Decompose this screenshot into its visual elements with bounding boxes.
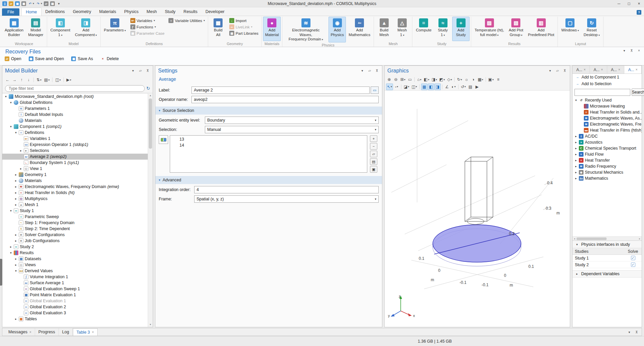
physics-search-input[interactable] <box>574 89 630 96</box>
expand-icon[interactable]: ▸ <box>14 263 18 267</box>
tree-item-volume-integration-1[interactable]: ∫Volume Integration 1 <box>2 274 148 280</box>
close-tab-icon[interactable]: × <box>618 68 620 71</box>
close-icon[interactable]: × <box>637 49 641 52</box>
snapshot-button[interactable]: ▣▾ <box>487 76 495 83</box>
clip-button[interactable]: ◪▾ <box>403 83 410 90</box>
delete-button[interactable]: ×Delete <box>100 56 119 61</box>
bottom-tab-log[interactable]: Log <box>59 328 73 336</box>
parameter-case-button[interactable]: ▦Parameter Case <box>129 30 166 36</box>
pin-icon[interactable]: ⊼ <box>634 330 639 334</box>
tree-item-electromagnetic-waves-frequency-domain[interactable]: ▸≋Electromagnetic Waves, Frequency Domai… <box>2 184 148 190</box>
expand-icon[interactable]: ▸ <box>574 171 578 174</box>
save-as-button[interactable]: ▣Save As <box>71 56 93 61</box>
study-1-button[interactable]: ≈Study 1 ▾ <box>434 17 452 41</box>
remove-from-selection-button[interactable]: − <box>370 143 377 150</box>
dependent-variables-header[interactable]: ▸ Dependent Variables <box>572 270 642 278</box>
build-mesh-button[interactable]: ▲Build Mesh <box>375 17 393 41</box>
tree-item-parametric-sweep[interactable]: ≡Parametric Sweep <box>2 214 148 220</box>
scrollbar-thumb[interactable] <box>149 99 152 149</box>
bottom-tab-messages[interactable]: Messages× <box>5 328 35 336</box>
assistant-tab-3[interactable]: A...× <box>607 66 625 73</box>
graphics-canvas[interactable]: 0.40.3m0.20.100.10m-0.1-0.1m z y x <box>385 91 570 327</box>
add-to-selection-button[interactable]: + <box>370 135 377 142</box>
tree-item-view-1[interactable]: ▸◇View 1 <box>2 166 148 172</box>
variables-button[interactable]: a=Variables▾ <box>129 18 157 23</box>
rotate-button[interactable]: ↻▾ <box>456 76 463 83</box>
tree-item-materials[interactable]: Materials <box>2 118 148 124</box>
tree-item-global-evaluation-1[interactable]: ∞Global Evaluation 1 <box>2 298 148 304</box>
menu-tab-developer[interactable]: Developer <box>202 8 229 16</box>
filter-input[interactable] <box>5 85 145 92</box>
expand-icon[interactable]: ▸ <box>19 167 23 170</box>
model-manager-button[interactable]: ▤Model Manager <box>26 17 45 41</box>
new-file-button[interactable]: ▯ <box>2 1 7 7</box>
tree-item-global-definitions[interactable]: ▾Global Definitions <box>2 100 148 106</box>
menu-tab-home[interactable]: Home <box>21 8 41 16</box>
electromagnetic-waves-frequency-domain-button[interactable]: ≋Electromagnetic Waves, Frequency Domain… <box>284 17 328 42</box>
mesh-1-button[interactable]: △Mesh 1 ▾ <box>393 17 411 41</box>
zoom-out-button[interactable]: ⊖ <box>393 76 399 83</box>
geometric-entity-level-select[interactable]: Boundary ▾ <box>205 117 379 124</box>
scroll-right-icon[interactable]: ▸ <box>638 237 642 240</box>
selection-item-14[interactable]: 14 <box>170 142 367 148</box>
view-toggle-2-button[interactable]: ◧ <box>428 83 434 90</box>
selection-select[interactable]: Manual ▾ <box>205 126 379 133</box>
collapse-icon[interactable]: ▾ <box>14 131 18 134</box>
tree-item-study-2[interactable]: ▸∞Study 2 <box>2 244 148 250</box>
frame-select[interactable]: Spatial (x, y, z) ▾ <box>194 195 379 203</box>
tree-item-multiphysics[interactable]: ▸◎Multiphysics <box>2 196 148 202</box>
tree-item-results[interactable]: ▾Results <box>2 250 148 256</box>
tree-item-views[interactable]: ▸◇Views <box>2 262 148 268</box>
expand-icon[interactable]: ▸ <box>14 203 18 206</box>
assistant-tab-4[interactable]: A...× <box>624 66 642 73</box>
scrollbar-thumb[interactable] <box>576 237 607 240</box>
collapse-icon[interactable]: ▾ <box>4 95 8 98</box>
view-xy-button[interactable]: ◧▾ <box>423 76 430 83</box>
selection-list[interactable]: 1314 <box>170 135 367 173</box>
float-icon[interactable]: ▱ <box>138 69 143 72</box>
add-predefined-plot-button[interactable]: ▥Add Predefined Plot <box>526 17 556 41</box>
tree-item-study-1[interactable]: ▾∞Study 1 <box>2 208 148 214</box>
tree-item-radio-frequency[interactable]: ▸≋Radio Frequency <box>572 163 642 169</box>
tree-item-expression-operator-1[interactable]: ▭Expression Operator 1(stdop1) <box>2 142 148 148</box>
tree-item-heat-transfer-in-films-htlsh[interactable]: ▬Heat Transfer in Films (htlsh) <box>572 127 642 133</box>
collapsed-panel-handle[interactable] <box>0 259 2 286</box>
tree-item-datasets[interactable]: ▸▤Datasets <box>2 256 148 262</box>
livelink-button[interactable]: ∞LiveLink▾ <box>228 24 254 30</box>
expand-icon[interactable]: ▸ <box>14 257 18 261</box>
refresh-icon[interactable]: ↻ <box>146 86 150 91</box>
tree-item-derived-values[interactable]: ▾8.8Derived Values <box>2 268 148 274</box>
qat-menu-button[interactable]: ▾ <box>56 1 61 7</box>
scroll-down-icon[interactable]: ▾ <box>148 322 153 327</box>
bottom-tab-progress[interactable]: Progress <box>35 328 59 336</box>
menu-tab-mesh[interactable]: Mesh <box>143 8 161 16</box>
tree-item-recently-used[interactable]: ▾↺Recently Used <box>572 97 642 103</box>
add-physics-button[interactable]: ◉Add Physics <box>329 17 346 42</box>
tree-item-heat-transfer[interactable]: ▸≡Heat Transfer <box>572 157 642 163</box>
collapse-icon[interactable]: ▾ <box>14 269 18 273</box>
expand-icon[interactable]: ▸ <box>574 147 578 150</box>
tree-item-electromagnetic-waves-as[interactable]: ≋Electromagnetic Waves, As... <box>572 115 642 121</box>
save-and-open-button[interactable]: ▣Save and Open <box>29 56 64 61</box>
integration-order-input[interactable] <box>194 186 379 193</box>
menu-caret-icon[interactable]: ▾ <box>627 330 632 334</box>
box-select-button[interactable]: ▫▾ <box>393 83 400 90</box>
environment-button[interactable]: ◐▾ <box>450 83 457 90</box>
selection-item-13[interactable]: 13 <box>170 136 367 142</box>
redo-button[interactable]: ↷▾ <box>35 1 42 7</box>
expand-icon[interactable]: ▸ <box>14 179 18 182</box>
pin-icon[interactable]: ⊼ <box>375 69 379 72</box>
temperature-ht-full-model-button[interactable]: ▨Temperature (ht), full model ▾ <box>473 17 506 41</box>
reset-desktop-button[interactable]: ↻Reset Desktop ▾ <box>582 17 602 41</box>
expand-icon[interactable]: ▸ <box>574 135 578 138</box>
expand-icon[interactable]: ▸ <box>14 191 18 194</box>
print-button[interactable]: ≡ <box>495 76 501 83</box>
add-material-button[interactable]: ●Add Material <box>263 17 281 41</box>
tree-item-electromagnetic-waves-fre[interactable]: ≋Electromagnetic Waves, Fre... <box>572 121 642 127</box>
expand-icon[interactable]: ▸ <box>14 239 18 242</box>
view-toggle-3-button[interactable]: ◨ <box>434 83 441 90</box>
tree-item-heat-transfer-in-solids-and[interactable]: ≡Heat Transfer in Solids and... <box>572 109 642 115</box>
tree-item-job-configurations[interactable]: ▸∗Job Configurations <box>2 238 148 244</box>
expand-icon[interactable]: ▸ <box>574 153 578 156</box>
model-menu-button[interactable]: ◫▾ <box>54 76 61 83</box>
